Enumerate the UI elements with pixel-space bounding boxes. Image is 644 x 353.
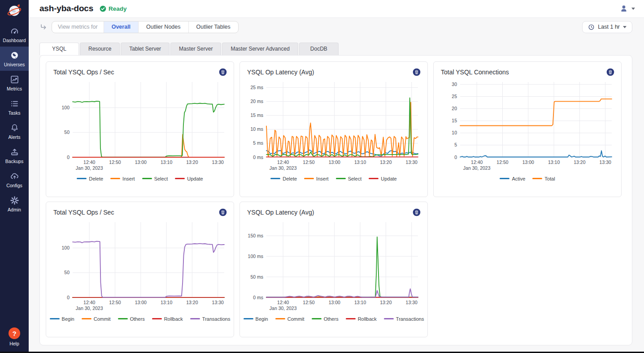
svg-text:13:20: 13:20	[574, 159, 585, 165]
svg-text:100: 100	[61, 245, 70, 250]
legend-item-insert[interactable]: Insert	[304, 176, 329, 181]
svg-text:25 ms: 25 ms	[250, 85, 263, 90]
svg-text:12:40: 12:40	[277, 159, 289, 165]
legend-item-commit[interactable]: Commit	[275, 316, 305, 322]
legend-item-update[interactable]: Update	[369, 176, 396, 181]
svg-text:100: 100	[61, 105, 70, 110]
legend-item-delete[interactable]: Delete	[270, 176, 297, 181]
clock-icon	[588, 24, 595, 30]
yugabyte-logo[interactable]	[0, 0, 29, 22]
help-question-icon: ?	[9, 327, 20, 339]
metrics-toolbar: View metrics for Overall Outlier Nodes O…	[29, 18, 644, 33]
sidebar-item-help[interactable]: ? Help	[9, 327, 20, 346]
sidebar-item-alerts[interactable]: Alerts	[0, 119, 29, 143]
prometheus-link-icon[interactable]	[218, 68, 227, 77]
prometheus-link-icon[interactable]	[218, 208, 227, 217]
svg-text:13:30: 13:30	[406, 159, 418, 165]
legend-item-others[interactable]: Others	[118, 316, 145, 322]
dashboard-gauge-icon	[10, 26, 19, 36]
svg-text:25: 25	[452, 94, 457, 99]
return-arrow-icon	[39, 23, 47, 31]
svg-text:0 ms: 0 ms	[253, 154, 263, 159]
svg-text:20: 20	[452, 106, 457, 111]
legend-item-delete[interactable]: Delete	[77, 176, 103, 181]
legend-item-rollback[interactable]: Rollback	[346, 316, 377, 322]
legend-item-insert[interactable]: Insert	[110, 176, 135, 181]
svg-text:15 ms: 15 ms	[250, 112, 263, 118]
svg-text:13:10: 13:10	[354, 300, 366, 305]
legend-item-commit[interactable]: Commit	[82, 316, 111, 322]
svg-text:5 ms: 5 ms	[253, 140, 263, 146]
svg-text:12:50: 12:50	[303, 159, 314, 165]
sidebar-item-backups[interactable]: Backups	[0, 143, 29, 168]
main-area: ash-yba-docs Ready View metrics for Over	[29, 0, 644, 352]
scope-option-outlier-nodes[interactable]: Outlier Nodes	[138, 22, 188, 33]
svg-text:12:50: 12:50	[109, 300, 121, 305]
svg-text:12:50: 12:50	[303, 300, 314, 305]
sidebar-item-label: Admin	[8, 207, 21, 212]
user-avatar-icon	[619, 4, 628, 13]
sidebar-item-tasks[interactable]: Tasks	[0, 95, 29, 119]
scope-option-overall[interactable]: Overall	[104, 22, 138, 33]
sidebar-item-label: Alerts	[9, 134, 21, 140]
legend-item-rollback[interactable]: Rollback	[152, 316, 183, 322]
chart-legend: DeleteInsertSelectUpdate	[240, 176, 427, 181]
svg-text:12:40: 12:40	[471, 159, 483, 165]
legend-item-total[interactable]: Total	[532, 176, 555, 181]
sidebar-item-metrics[interactable]: Metrics	[0, 71, 29, 95]
chart-legend: BeginCommitOthersRollbackTransactions	[240, 316, 427, 322]
chevron-down-icon	[623, 26, 627, 28]
legend-item-begin[interactable]: Begin	[244, 316, 268, 322]
chart-title: Total YSQL Ops / Sec	[53, 209, 114, 216]
tab-ysql[interactable]: YSQL	[39, 43, 79, 55]
sidebar-item-universes[interactable]: Universes	[0, 47, 29, 71]
chart-card-total-ysql-connections: Total YSQL Connections 12:40Jan 30, 2023…	[433, 61, 622, 197]
sidebar-item-configs[interactable]: Configs	[0, 168, 29, 192]
tab-docdb[interactable]: DocDB	[299, 43, 339, 55]
svg-text:Jan 30, 2023: Jan 30, 2023	[270, 306, 297, 311]
svg-text:150 ms: 150 ms	[248, 233, 263, 238]
svg-text:12:50: 12:50	[496, 159, 508, 165]
tab-tablet-server[interactable]: Tablet Server	[121, 43, 170, 55]
line-chart-plot: 12:40Jan 30, 202312:5013:0013:1013:2013:…	[247, 78, 421, 176]
legend-item-active[interactable]: Active	[500, 176, 525, 181]
legend-item-transactions[interactable]: Transactions	[384, 316, 424, 322]
scope-option-outlier-tables[interactable]: Outlier Tables	[188, 22, 238, 33]
sidebar-item-label: Metrics	[7, 86, 22, 91]
svg-text:13:00: 13:00	[135, 159, 147, 165]
svg-text:0: 0	[67, 154, 70, 159]
chevron-down-icon	[631, 8, 635, 10]
svg-text:5: 5	[454, 142, 457, 147]
tab-master-server[interactable]: Master Server	[170, 43, 221, 55]
prometheus-link-icon[interactable]	[412, 68, 421, 77]
backups-upload-icon	[10, 147, 19, 157]
legend-item-select[interactable]: Select	[336, 176, 362, 181]
sidebar-item-label: Configs	[6, 183, 22, 188]
prometheus-link-icon[interactable]	[606, 68, 615, 77]
svg-text:13:20: 13:20	[186, 159, 198, 165]
svg-text:Jan 30, 2023: Jan 30, 2023	[270, 165, 297, 171]
legend-item-begin[interactable]: Begin	[50, 316, 74, 322]
svg-text:13:20: 13:20	[380, 300, 392, 305]
line-chart-plot: 12:40Jan 30, 202312:5013:0013:1013:2013:…	[247, 219, 421, 316]
chart-legend: DeleteInsertSelectUpdate	[46, 176, 234, 181]
user-menu[interactable]	[619, 4, 635, 13]
svg-text:10 ms: 10 ms	[250, 126, 263, 132]
tab-resource[interactable]: Resource	[80, 43, 120, 55]
legend-item-transactions[interactable]: Transactions	[190, 316, 231, 322]
svg-text:30: 30	[452, 82, 457, 87]
legend-item-select[interactable]: Select	[142, 176, 168, 181]
svg-text:13:20: 13:20	[380, 159, 392, 165]
prometheus-link-icon[interactable]	[412, 208, 421, 217]
legend-item-update[interactable]: Update	[175, 176, 203, 181]
svg-text:15: 15	[452, 118, 457, 123]
svg-text:13:30: 13:30	[600, 159, 611, 165]
sidebar-item-admin[interactable]: Admin	[0, 192, 29, 216]
chart-card-ysql-op-latency: YSQL Op Latency (Avg) 12:40Jan 30, 20231…	[239, 61, 428, 197]
time-range-button[interactable]: Last 1 hr	[582, 21, 632, 33]
metrics-chart-icon	[10, 75, 19, 84]
tab-master-server-advanced[interactable]: Master Server Advanced	[222, 43, 298, 55]
legend-item-others[interactable]: Others	[312, 316, 339, 322]
sidebar-item-label: Universes	[4, 62, 25, 67]
sidebar-item-dashboard[interactable]: Dashboard	[0, 22, 29, 47]
